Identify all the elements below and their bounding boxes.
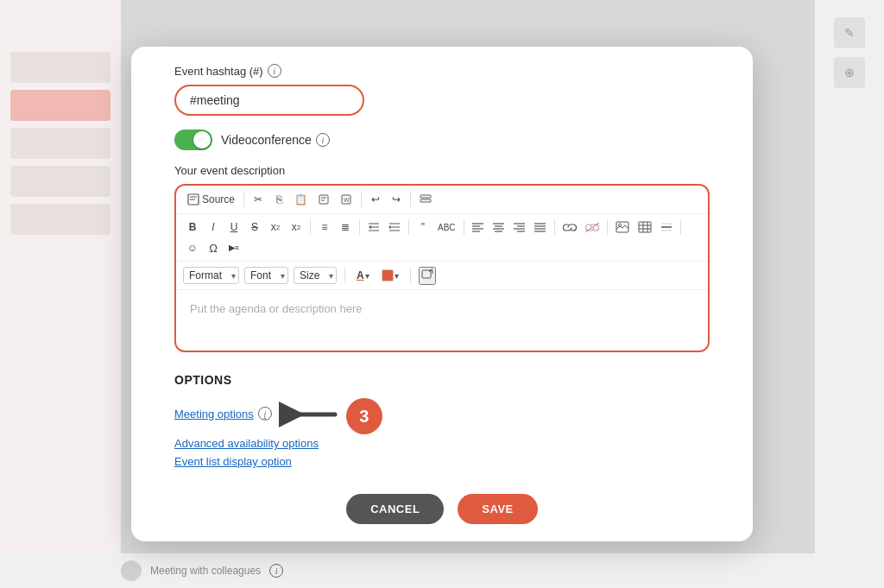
decrease-indent-icon [368,222,380,232]
svg-rect-8 [420,195,431,198]
paste-text-button[interactable] [313,190,334,209]
bottom-bar: Meeting with colleagues i [0,553,884,588]
event-list-label: Event list display option [174,455,292,468]
blocks-button[interactable] [415,190,436,209]
paste-button[interactable]: 📋 [290,190,312,209]
align-left-button[interactable] [469,218,488,237]
editor-content-area[interactable]: Put the agenda or description here [176,290,708,351]
subscript-button[interactable]: x2 [266,218,285,237]
italic-button[interactable]: I [204,218,223,237]
step-number-badge: 3 [346,398,382,434]
meeting-options-link[interactable]: Meeting options i [174,407,272,420]
right-panel: ✎ ⊕ Previous [815,0,884,588]
table-button[interactable] [635,218,655,237]
options-title: OPTIONS [174,373,710,387]
unlink-button[interactable] [582,218,603,237]
hashtag-input[interactable] [174,85,364,116]
unordered-list-button[interactable]: ≣ [336,218,355,237]
toolbar-separator-12 [410,268,411,283]
language-button[interactable]: ABC [434,218,459,237]
sidebar-item-5 [10,204,110,235]
advanced-availability-label: Advanced availability options [174,437,319,450]
left-arrow-svg [279,395,339,433]
sidebar-item-2 [10,90,110,121]
meeting-options-container: Meeting options i [174,395,382,437]
align-center-button[interactable] [489,218,508,237]
cancel-button[interactable]: CANCEL [346,494,444,524]
ordered-list-button[interactable]: ≡ [315,218,334,237]
toolbar-separator-6 [408,219,409,235]
sidebar-item-4 [10,166,110,197]
bold-button[interactable]: B [183,218,202,237]
blockquote-button[interactable]: " [414,218,433,237]
link-button[interactable] [559,218,580,237]
hashtag-label: Event hashtag (#) i [174,64,710,78]
source-button[interactable]: Source [183,192,239,207]
strikethrough-button[interactable]: S [245,218,264,237]
editor-placeholder-text: Put the agenda or description here [190,302,362,315]
bg-color-swatch [382,269,394,281]
bg-color-button[interactable]: ▾ [378,266,402,285]
step-number-text: 3 [359,407,369,427]
toolbar-separator-1 [243,192,244,207]
superscript-button[interactable]: x2 [287,218,306,237]
align-right-button[interactable] [510,218,529,237]
special-chars-button[interactable]: Ω [204,238,223,257]
format-select-wrapper: Format [183,267,239,284]
cut-button[interactable]: ✂ [249,190,268,209]
link-icon [563,223,577,232]
toolbar-row-1: Source ✂ ⎘ 📋 W [176,186,708,214]
format-select[interactable]: Format [183,267,239,284]
hashtag-info-icon[interactable]: i [268,64,281,78]
copy-button[interactable]: ⎘ [269,190,288,209]
redo-button[interactable]: ↪ [387,190,406,209]
toolbar-separator-7 [464,219,464,235]
source-icon [187,193,199,205]
unlink-icon [585,223,599,232]
image-resize-button[interactable] [419,267,436,285]
font-select[interactable]: Font [244,267,288,284]
source-label: Source [202,193,235,205]
justify-button[interactable] [531,218,550,237]
font-select-wrapper: Font [244,267,288,284]
toolbar-separator-8 [554,219,555,235]
blocks-icon [420,193,432,205]
right-icon-1: ✎ [834,17,865,48]
align-left-icon [472,223,483,232]
meeting-options-info-icon[interactable]: i [258,407,272,420]
videoconference-info-icon[interactable]: i [316,133,330,147]
meeting-text: Meeting with colleagues [150,565,261,577]
svg-marker-13 [369,225,371,229]
font-color-button[interactable]: A ▾ [353,266,373,285]
table-icon [638,221,652,233]
horizontal-rule-button[interactable] [657,218,676,237]
videoconference-toggle[interactable] [174,130,212,150]
svg-rect-9 [420,199,431,202]
bg-color-arrow: ▾ [395,271,399,281]
toolbar-separator-11 [344,268,345,283]
font-color-label: A [357,269,364,281]
paste-word-button[interactable]: W [336,190,357,209]
modal-content: Event hashtag (#) i Videoconference i Yo… [131,47,753,468]
font-color-arrow: ▾ [365,271,369,281]
justify-icon [534,223,546,232]
size-select[interactable]: Size [294,267,337,284]
svg-text:W: W [344,197,350,203]
paste-text-icon [318,193,330,205]
underline-button[interactable]: U [224,218,243,237]
bottom-info-icon: i [269,564,283,578]
emoji-button[interactable]: ☺ [183,238,202,257]
image-button[interactable] [612,218,633,237]
hashtag-label-text: Event hashtag (#) [174,65,263,78]
save-button[interactable]: SAVE [458,494,537,524]
align-center-icon [493,223,504,232]
undo-button[interactable]: ↩ [366,190,385,209]
iframe-button[interactable]: ▶≡ [224,238,243,257]
increase-indent-button[interactable] [385,218,404,237]
advanced-availability-link[interactable]: Advanced availability options [174,437,710,450]
toolbar-separator-5 [359,219,360,235]
decrease-indent-button[interactable] [364,218,383,237]
svg-rect-37 [639,222,651,232]
toolbar-separator-3 [410,192,411,207]
event-list-link[interactable]: Event list display option [174,455,710,468]
